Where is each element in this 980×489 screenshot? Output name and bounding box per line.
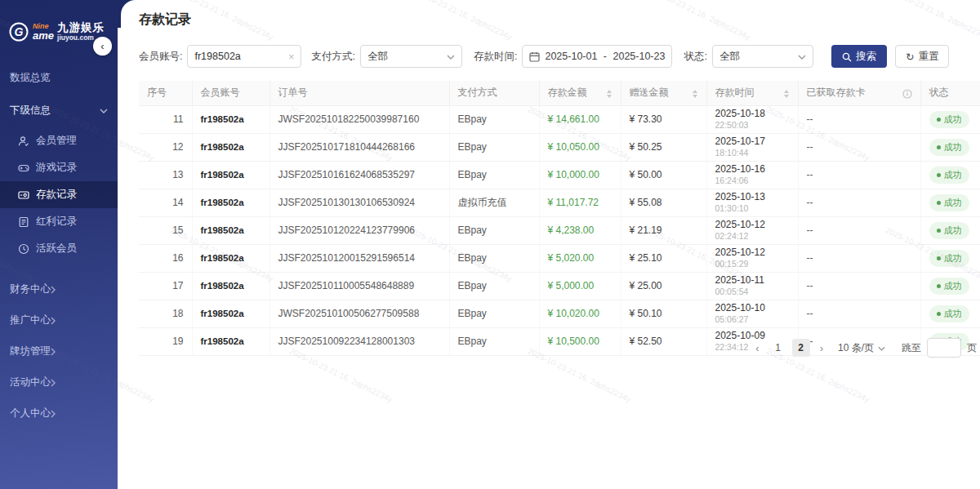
status-text: 成功 — [944, 308, 962, 320]
cell-status: 成功 — [920, 300, 980, 327]
sidebar-nav: 数据总览 下级信息 会员管理 游戏记录 存款记录 — [0, 65, 118, 429]
status-filter-label: 状态: — [684, 50, 706, 64]
column-header[interactable]: 赠送金额 — [621, 81, 706, 105]
cell-payment-method: EBpay — [449, 244, 539, 272]
sidebar-item-finance-center[interactable]: 财务中心 — [0, 273, 118, 305]
page-number-2[interactable]: 2 — [792, 339, 810, 357]
chevron-right-icon — [51, 345, 56, 357]
status-select[interactable]: 全部 — [712, 45, 813, 68]
sidebar-item-label: 数据总览 — [10, 71, 51, 85]
logo-game-text: Nine ame — [33, 23, 54, 41]
cell-bonus-amount: ¥ 25.10 — [621, 244, 706, 272]
cell-deposit-time: 2025-10-1202:24:12 — [706, 216, 798, 244]
sidebar-item-label: 存款记录 — [36, 188, 77, 202]
table-header-row: 序号会员账号订单号支付方式存款金额赠送金额存款时间已获取存款卡状态 — [139, 81, 980, 105]
jump-page-input[interactable] — [927, 338, 961, 358]
deposit-time-range-picker[interactable]: 2025-10-01 - 2025-10-23 — [522, 45, 672, 68]
sidebar-item-archway-management[interactable]: 牌坊管理 — [0, 336, 118, 367]
column-label: 支付方式 — [458, 86, 497, 100]
clear-icon[interactable]: × — [285, 51, 295, 63]
deposit-clock: 01:30:10 — [715, 203, 790, 214]
sidebar-item-bonus-records[interactable]: 红利记录 — [0, 208, 118, 235]
payment-method-select[interactable]: 全部 — [360, 45, 462, 68]
cell-member-account: fr198502a — [192, 272, 270, 300]
page-size-select[interactable]: 10 条/页 — [838, 341, 885, 355]
cell-status: 成功 — [920, 272, 980, 300]
sidebar-item-label: 会员管理 — [36, 134, 77, 148]
cell-status: 成功 — [920, 189, 980, 216]
cell-member-account: fr198502a — [192, 300, 270, 327]
column-header[interactable]: 存款时间 — [706, 81, 798, 105]
deposit-date: 2025-10-12 — [715, 219, 790, 231]
status-dot-icon — [937, 145, 941, 149]
cell-deposit-card: -- — [798, 216, 920, 244]
cell-order-number: JWSF202510100506277509588 — [270, 300, 449, 327]
cell-index: 18 — [139, 300, 192, 327]
table-row: 15fr198502aJJSF202510120224123779906EBpa… — [139, 216, 980, 244]
deposit-clock: 00:05:54 — [715, 287, 790, 297]
bank-card-icon — [18, 189, 29, 201]
column-header: 订单号 — [270, 81, 449, 105]
status-text: 成功 — [944, 197, 962, 209]
column-header: 状态 — [920, 81, 980, 105]
sidebar-item-active-members[interactable]: 活跃会员 — [0, 235, 118, 262]
sidebar-item-member-management[interactable]: 会员管理 — [0, 127, 118, 154]
page-number-1[interactable]: 1 — [769, 339, 787, 357]
search-button[interactable]: 搜索 — [831, 45, 887, 68]
cell-bonus-amount: ¥ 73.30 — [621, 105, 706, 133]
deposit-records-table: 序号会员账号订单号支付方式存款金额赠送金额存款时间已获取存款卡状态 11fr19… — [139, 81, 980, 356]
sidebar-item-deposit-records[interactable]: 存款记录 — [0, 181, 118, 208]
status-dot-icon — [937, 173, 941, 177]
status-badge: 成功 — [929, 194, 969, 211]
info-icon[interactable] — [902, 87, 912, 99]
sidebar-collapse-button[interactable]: ‹ — [93, 37, 112, 56]
cell-status: 成功 — [920, 216, 980, 244]
status-dot-icon — [937, 256, 941, 260]
cell-deposit-amount: ¥ 4,238.00 — [539, 216, 621, 244]
cell-member-account: fr198502a — [192, 133, 270, 161]
account-input[interactable] — [194, 51, 284, 62]
sidebar-item-personal-center[interactable]: 个人中心 — [0, 398, 118, 429]
sidebar-item-activity-center[interactable]: 活动中心 — [0, 367, 118, 398]
sidebar-group-label: 下级信息 — [10, 104, 51, 118]
column-label: 存款金额 — [548, 86, 587, 100]
cell-order-number: JJSF202510092234128001303 — [270, 327, 449, 355]
column-header[interactable]: 存款金额 — [539, 81, 621, 105]
chevron-down-icon — [798, 51, 806, 62]
sidebar-item-overview[interactable]: 数据总览 — [0, 65, 118, 90]
sidebar-item-promotion-center[interactable]: 推广中心 — [0, 305, 118, 336]
status-badge: 成功 — [929, 250, 969, 267]
previous-page-button[interactable]: ‹ — [754, 342, 760, 354]
chevron-down-icon — [447, 51, 455, 62]
cell-deposit-card: -- — [798, 133, 920, 161]
deposit-date: 2025-10-12 — [715, 247, 790, 259]
cell-index: 14 — [139, 189, 192, 216]
list-icon — [18, 216, 29, 228]
cell-order-number: JWSF202510182250039987160 — [270, 105, 449, 133]
sidebar-item-game-records[interactable]: 游戏记录 — [0, 154, 118, 181]
cell-payment-method: EBpay — [449, 133, 539, 161]
cell-payment-method: EBpay — [449, 105, 539, 133]
column-label: 会员账号 — [201, 86, 240, 100]
column-header: 已获取存款卡 — [798, 81, 920, 105]
reset-button-label: 重置 — [918, 50, 938, 64]
deposit-time-filter-label: 存款时间: — [474, 50, 517, 64]
deposit-date: 2025-10-13 — [715, 191, 790, 203]
reset-button[interactable]: ↻ 重置 — [895, 45, 949, 68]
column-header: 支付方式 — [449, 81, 539, 105]
status-badge: 成功 — [929, 222, 969, 239]
deposit-clock: 00:15:29 — [715, 259, 790, 269]
status-dot-icon — [937, 229, 941, 233]
calendar-icon — [529, 51, 540, 62]
cell-payment-method: EBpay — [449, 300, 539, 327]
status-dot-icon — [937, 201, 941, 205]
next-page-button[interactable]: › — [818, 342, 825, 354]
cell-deposit-card: -- — [798, 300, 920, 327]
status-text: 成功 — [944, 113, 962, 126]
sidebar-group-subordinate-info[interactable]: 下级信息 — [0, 98, 118, 122]
sort-icon[interactable] — [606, 87, 612, 99]
sort-icon[interactable] — [783, 87, 790, 99]
cell-payment-method: EBpay — [449, 161, 539, 189]
sort-icon[interactable] — [692, 87, 698, 99]
chevron-right-icon — [51, 283, 56, 295]
